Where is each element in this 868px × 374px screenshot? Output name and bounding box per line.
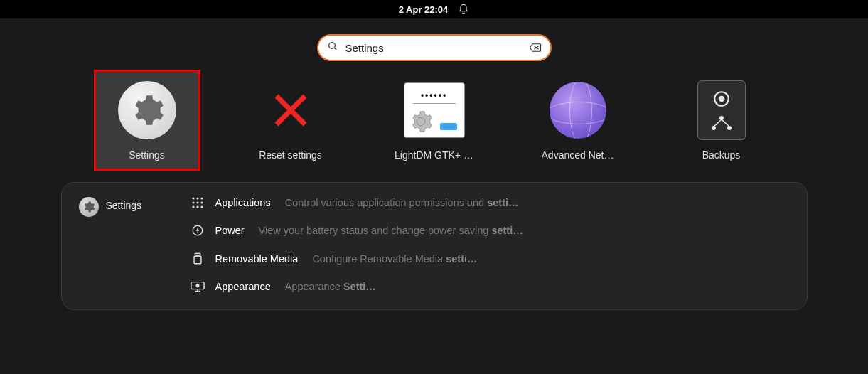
app-reset-settings[interactable]: Reset settings [245, 80, 337, 161]
svg-point-9 [192, 197, 194, 199]
svg-point-13 [196, 201, 198, 203]
app-advanced-network[interactable]: Advanced Net… [532, 80, 624, 161]
result-title: Appearance [215, 281, 271, 292]
result-title: Applications [215, 197, 271, 208]
svg-point-15 [192, 205, 194, 208]
search-icon [327, 41, 338, 55]
app-label: LightDM GTK+ … [395, 149, 473, 161]
app-backups[interactable]: Backups [675, 80, 768, 161]
power-icon [190, 224, 205, 237]
clock-area[interactable]: 2 Apr 22:04 [399, 4, 470, 15]
svg-point-6 [719, 117, 722, 119]
svg-point-10 [196, 197, 198, 199]
settings-results-panel: Settings Applications Control various ap… [61, 182, 808, 310]
search-input[interactable] [345, 42, 522, 54]
app-settings[interactable]: Settings [101, 80, 193, 161]
svg-point-17 [200, 205, 203, 208]
svg-point-7 [712, 127, 714, 129]
app-label: Backups [702, 149, 741, 161]
result-title: Power [215, 225, 245, 236]
advanced-network-icon [547, 80, 609, 141]
lightdm-icon: •••••• [404, 80, 465, 141]
gear-icon [79, 197, 99, 217]
result-desc: Configure Removable Media setti… [312, 253, 477, 265]
datetime-label: 2 Apr 22:04 [399, 4, 449, 15]
app-label: Reset settings [259, 149, 322, 161]
svg-point-11 [200, 197, 203, 199]
svg-point-14 [200, 201, 203, 203]
svg-point-22 [196, 284, 199, 287]
clear-search-icon[interactable] [529, 43, 542, 53]
results-list: Applications Control various application… [190, 197, 790, 292]
top-bar: 2 Apr 22:04 [0, 0, 868, 18]
svg-point-12 [192, 201, 194, 203]
svg-point-5 [719, 97, 724, 102]
result-removable-media[interactable]: Removable Media Configure Removable Medi… [190, 252, 790, 265]
result-appearance[interactable]: Appearance Appearance Setti… [190, 281, 790, 292]
grid-icon [190, 197, 205, 208]
result-desc: Appearance Setti… [285, 281, 376, 292]
svg-point-0 [328, 43, 335, 49]
results-source[interactable]: Settings [79, 197, 171, 292]
app-lightdm-settings[interactable]: •••••• LightDM GTK+ … [388, 80, 481, 161]
app-label: Advanced Net… [542, 149, 614, 161]
svg-rect-20 [194, 256, 201, 264]
result-applications[interactable]: Applications Control various application… [190, 197, 790, 208]
settings-icon [117, 80, 178, 141]
svg-point-8 [727, 127, 730, 129]
app-results-row: Settings Reset settings •••••• LightDM G… [0, 80, 868, 161]
usb-drive-icon [190, 252, 205, 265]
results-source-label: Settings [106, 197, 142, 211]
backups-icon [691, 80, 752, 141]
notifications-icon[interactable] [458, 4, 469, 15]
reset-icon [260, 80, 321, 141]
result-title: Removable Media [215, 253, 299, 265]
result-desc: View your battery status and change powe… [259, 225, 523, 236]
svg-point-16 [196, 205, 198, 208]
result-power[interactable]: Power View your battery status and chang… [190, 224, 790, 237]
svg-line-1 [334, 48, 336, 50]
search-box[interactable] [317, 34, 552, 61]
display-icon [190, 281, 205, 292]
result-desc: Control various application permissions … [285, 197, 519, 208]
app-label: Settings [129, 149, 165, 161]
